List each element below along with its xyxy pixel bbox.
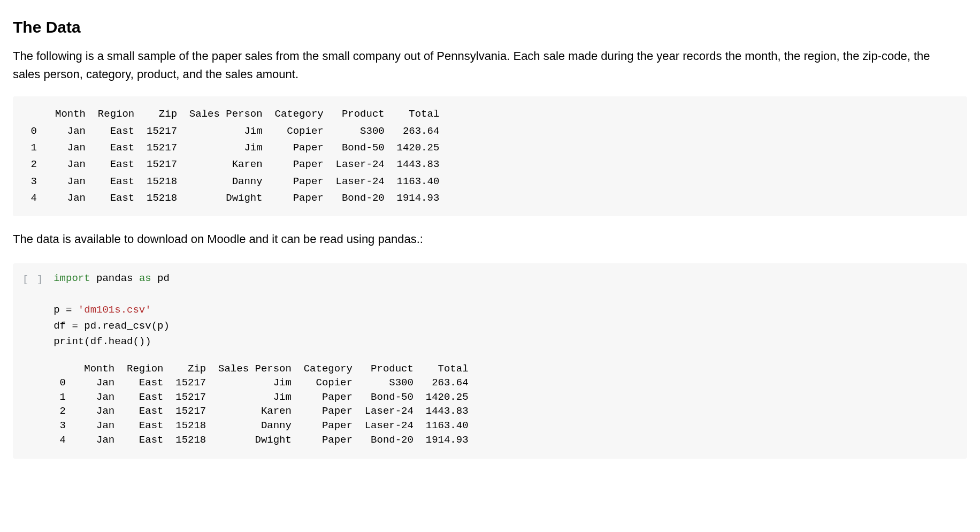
keyword-import: import bbox=[53, 272, 90, 284]
code-line-df: df = pd.read_csv(p) bbox=[53, 320, 170, 332]
sample-data-block: Month Region Zip Sales Person Category P… bbox=[13, 96, 967, 216]
string-literal: 'dm101s.csv' bbox=[78, 304, 151, 316]
module-pandas: pandas bbox=[96, 272, 133, 284]
intro-paragraph: The following is a small sample of the p… bbox=[13, 47, 954, 83]
alias-pd: pd bbox=[157, 272, 170, 284]
code-output: Month Region Zip Sales Person Category P… bbox=[53, 362, 958, 447]
code-line-p: p = bbox=[53, 304, 78, 316]
code-source[interactable]: import pandas as pd p = 'dm101s.csv' df … bbox=[53, 271, 958, 349]
keyword-as: as bbox=[139, 272, 151, 284]
cell-body: import pandas as pd p = 'dm101s.csv' df … bbox=[53, 271, 958, 447]
code-line-print: print(df.head()) bbox=[53, 336, 151, 347]
section-heading: The Data bbox=[13, 18, 967, 36]
exec-indicator[interactable]: [ ] bbox=[22, 271, 44, 287]
notebook-code-cell[interactable]: [ ] import pandas as pd p = 'dm101s.csv'… bbox=[13, 263, 967, 459]
download-paragraph: The data is available to download on Moo… bbox=[13, 230, 954, 248]
